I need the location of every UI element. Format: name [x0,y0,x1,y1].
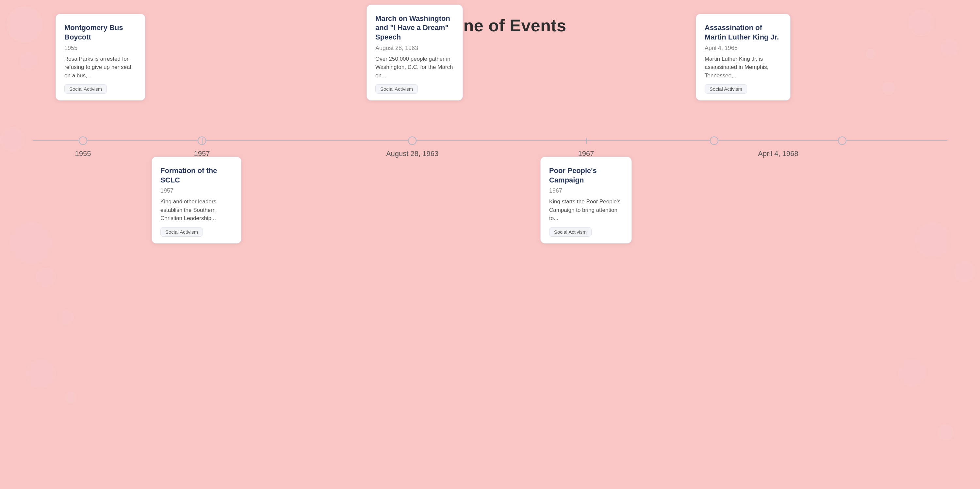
event-card-montgomery: Montgomery Bus Boycott1955Rosa Parks is … [56,14,145,100]
timeline-circle-2 [408,137,417,145]
event-title-assassination: Assassination of Martin Luther King Jr. [705,23,782,42]
event-date-montgomery: 1955 [64,45,137,52]
timeline-line [33,140,947,141]
event-desc-montgomery: Rosa Parks is arrested for refusing to g… [64,55,137,80]
event-desc-march-washington: Over 250,000 people gather in Washington… [375,55,454,80]
event-card-assassination: Assassination of Martin Luther King Jr.A… [696,14,791,100]
bubble-8 [941,39,959,57]
timeline-circle-4 [838,137,846,145]
bubble-6 [26,359,56,389]
timeline-tick-0 [202,138,202,144]
bubble-1 [20,52,38,70]
event-card-sclc: Formation of the SCLC1957King and other … [151,157,242,243]
event-title-poor-peoples: Poor People's Campaign [549,166,623,185]
event-title-montgomery: Montgomery Bus Boycott [64,23,137,42]
event-title-sclc: Formation of the SCLC [161,166,232,185]
timeline-label-2: August 28, 1963 [386,149,438,158]
event-title-march-washington: March on Washington and "I Have a Dream"… [375,14,454,42]
bubble-12 [898,359,926,387]
bubble-11 [954,261,975,283]
bubble-4 [36,268,56,287]
timeline-tick-1 [586,138,587,144]
event-date-assassination: April 4, 1968 [705,45,782,52]
bubble-0 [6,6,43,43]
event-tag-sclc: Social Activism [161,227,203,237]
bubble-14 [65,392,77,403]
bubble-15 [865,49,875,59]
event-desc-poor-peoples: King starts the Poor People's Campaign t… [549,197,623,222]
timeline-circle-0 [79,137,87,145]
event-card-march-washington: March on Washington and "I Have a Dream"… [366,5,463,100]
event-tag-poor-peoples: Social Activism [549,227,592,237]
bubble-5 [59,310,73,325]
event-tag-march-washington: Social Activism [375,84,418,94]
event-tag-montgomery: Social Activism [64,84,107,94]
bubble-7 [908,10,934,36]
event-tag-assassination: Social Activism [705,84,747,94]
event-card-poor-peoples: Poor People's Campaign1967King starts th… [540,157,632,243]
event-date-poor-peoples: 1967 [549,187,623,194]
timeline-label-0: 1955 [75,149,91,158]
timeline-circle-3 [710,137,718,145]
bubble-13 [937,424,954,441]
event-desc-assassination: Martin Luther King Jr. is assassinated i… [705,55,782,80]
page-title: Timeline of Events [0,0,980,35]
event-date-sclc: 1957 [161,187,232,194]
event-desc-sclc: King and other leaders establish the Sou… [161,197,232,222]
bubble-3 [10,222,52,264]
bubble-2 [0,127,24,152]
timeline-label-4: April 4, 1968 [758,149,799,158]
event-date-march-washington: August 28, 1963 [375,45,454,52]
bubble-9 [882,82,895,95]
bubble-10 [915,222,951,258]
